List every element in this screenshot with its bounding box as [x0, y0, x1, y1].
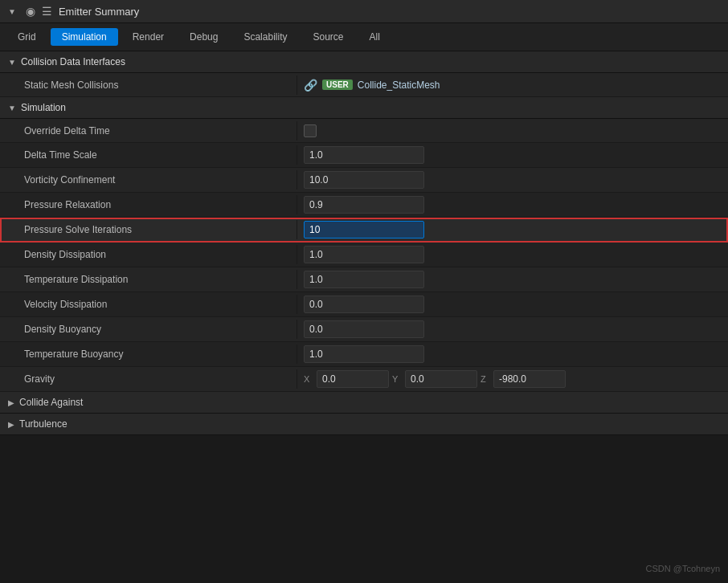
collide-against-arrow: ▶ [8, 398, 14, 407]
gravity-label: Gravity [0, 369, 297, 389]
static-mesh-label: Static Mesh Collisions [0, 75, 297, 95]
header-icon-circle: ◉ [26, 5, 35, 18]
density-buoyancy-input[interactable] [304, 320, 424, 338]
property-row-pressure-solve-iterations: Pressure Solve Iterations [0, 218, 728, 243]
gravity-x-label: X [304, 374, 313, 384]
user-badge: USER [322, 80, 353, 90]
tab-simulation[interactable]: Simulation [51, 28, 118, 46]
gravity-xyz-group: X Y Z [304, 370, 566, 388]
panel-header: ▼ ◉ ☰ Emitter Summary [0, 0, 728, 23]
tab-render[interactable]: Render [121, 28, 175, 46]
header-icon-list: ☰ [42, 5, 52, 18]
header-collapse-arrow[interactable]: ▼ [8, 7, 16, 16]
density-dissipation-input[interactable] [304, 246, 424, 263]
property-row-delta-time-scale: Delta Time Scale [0, 143, 728, 168]
collision-section-title: Collision Data Interfaces [21, 56, 125, 67]
temperature-buoyancy-value [297, 342, 728, 366]
property-row-density-buoyancy: Density Buoyancy [0, 317, 728, 342]
tab-bar: Grid Simulation Render Debug Scalability… [0, 23, 728, 51]
density-buoyancy-label: Density Buoyancy [0, 320, 297, 339]
gravity-z-label: Z [481, 374, 490, 384]
override-delta-time-label: Override Delta Time [0, 121, 297, 141]
pressure-solve-iterations-label: Pressure Solve Iterations [0, 220, 297, 239]
velocity-dissipation-value [297, 292, 728, 316]
gravity-value: X Y Z [297, 367, 728, 391]
gravity-y-label: Y [392, 374, 402, 384]
turbulence-arrow: ▶ [8, 420, 14, 429]
density-buoyancy-value [297, 317, 728, 341]
collision-section-header[interactable]: ▼ Collision Data Interfaces [0, 51, 728, 73]
density-dissipation-label: Density Dissipation [0, 245, 297, 264]
vorticity-input[interactable] [304, 171, 424, 189]
pressure-solve-iterations-input[interactable] [304, 221, 424, 238]
simulation-section-header[interactable]: ▼ Simulation [0, 97, 728, 119]
vorticity-value [297, 168, 728, 192]
pressure-relaxation-label: Pressure Relaxation [0, 195, 297, 214]
turbulence-title: Turbulence [19, 418, 67, 430]
tab-grid[interactable]: Grid [6, 28, 47, 46]
gravity-x-input[interactable] [317, 370, 389, 388]
density-dissipation-value [297, 243, 728, 267]
pressure-relaxation-input[interactable] [304, 196, 424, 214]
gravity-y-input[interactable] [405, 370, 477, 388]
collide-against-section[interactable]: ▶ Collide Against [0, 392, 728, 414]
delta-time-scale-value [297, 143, 728, 167]
velocity-dissipation-input[interactable] [304, 296, 424, 313]
vorticity-label: Vorticity Confinement [0, 170, 297, 190]
panel-title: Emitter Summary [59, 6, 139, 18]
temperature-buoyancy-input[interactable] [304, 345, 424, 363]
simulation-section-title: Simulation [21, 102, 66, 113]
delta-time-scale-label: Delta Time Scale [0, 145, 297, 165]
property-row-velocity-dissipation: Velocity Dissipation [0, 292, 728, 317]
temperature-dissipation-value [297, 267, 728, 292]
property-row-density-dissipation: Density Dissipation [0, 243, 728, 267]
property-row-static-mesh: Static Mesh Collisions 🔗 USER Collide_St… [0, 73, 728, 97]
emitter-panel: ▼ ◉ ☰ Emitter Summary Grid Simulation Re… [0, 0, 728, 435]
delta-time-scale-input[interactable] [304, 146, 424, 164]
override-delta-time-checkbox[interactable] [304, 124, 317, 137]
pressure-solve-iterations-value [297, 218, 728, 242]
tab-all[interactable]: All [358, 28, 391, 46]
temperature-buoyancy-label: Temperature Buoyancy [0, 344, 297, 364]
tab-source[interactable]: Source [301, 28, 354, 46]
override-delta-time-value [297, 121, 728, 141]
mesh-name: Collide_StaticMesh [358, 80, 440, 91]
property-row-temperature-buoyancy: Temperature Buoyancy [0, 342, 728, 367]
velocity-dissipation-label: Velocity Dissipation [0, 295, 297, 314]
temperature-dissipation-label: Temperature Dissipation [0, 270, 297, 289]
tab-scalability[interactable]: Scalability [232, 28, 298, 46]
simulation-section-arrow: ▼ [8, 104, 16, 112]
temperature-dissipation-input[interactable] [304, 271, 424, 288]
property-row-vorticity: Vorticity Confinement [0, 168, 728, 193]
pressure-relaxation-value [297, 193, 728, 217]
collision-value-group: 🔗 USER Collide_StaticMesh [304, 79, 440, 92]
watermark: CSDN @Tcohneyn [646, 564, 720, 573]
property-row-override-delta-time: Override Delta Time [0, 119, 728, 143]
tab-debug[interactable]: Debug [178, 28, 229, 46]
gravity-z-input[interactable] [493, 370, 566, 388]
collision-section-arrow: ▼ [8, 58, 16, 67]
property-row-pressure-relaxation: Pressure Relaxation [0, 193, 728, 218]
turbulence-section[interactable]: ▶ Turbulence [0, 414, 728, 435]
property-row-temperature-dissipation: Temperature Dissipation [0, 267, 728, 292]
collide-against-title: Collide Against [19, 397, 83, 408]
property-row-gravity: Gravity X Y Z [0, 367, 728, 392]
static-mesh-value: 🔗 USER Collide_StaticMesh [297, 75, 728, 95]
link-icon: 🔗 [304, 79, 317, 92]
